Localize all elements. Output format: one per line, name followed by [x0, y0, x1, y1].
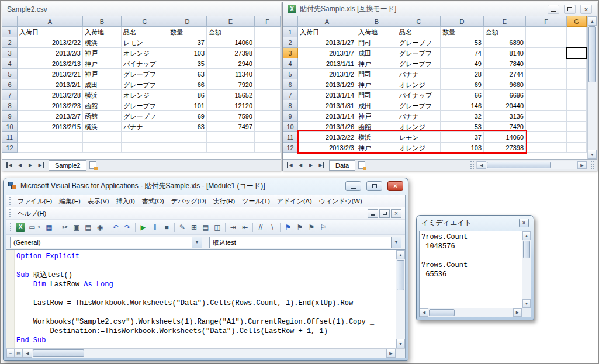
sheet-cell[interactable]: [255, 111, 281, 122]
sheet-cell[interactable]: [255, 58, 281, 69]
sheet-cell[interactable]: 2744: [484, 69, 526, 79]
scroll-right-icon[interactable]: ▶: [386, 349, 396, 358]
save-icon[interactable]: ▦: [43, 222, 55, 233]
sheet-cell[interactable]: 9660: [484, 79, 526, 90]
sheet-cell[interactable]: [255, 132, 281, 143]
sheet-cell[interactable]: [567, 100, 587, 111]
sheet-cell[interactable]: 6890: [484, 37, 526, 48]
menu-item[interactable]: 書式(O): [139, 196, 168, 207]
first-sheet-icon[interactable]: ◀: [4, 161, 15, 170]
sheet-cell[interactable]: 2013/2/13: [18, 58, 83, 69]
sheet-cell[interactable]: 69: [441, 79, 484, 90]
sheet-cell[interactable]: 函館: [356, 122, 397, 132]
sheet-cell[interactable]: [567, 122, 587, 132]
scroll-up-icon[interactable]: ▲: [522, 231, 531, 240]
cut-icon[interactable]: ✂: [59, 222, 71, 233]
sheet-cell[interactable]: [122, 132, 168, 143]
sheet-cell[interactable]: 2013/2/3: [298, 143, 356, 153]
select-all-corner[interactable]: [2, 16, 18, 27]
sheet-cell[interactable]: 28: [441, 69, 484, 79]
scroll-right-icon[interactable]: ▶: [513, 308, 522, 317]
code-editor[interactable]: Option Explicit Sub 取込test() Dim LastRow…: [6, 250, 405, 358]
row-header[interactable]: 3: [2, 48, 18, 58]
column-header[interactable]: C: [122, 16, 168, 27]
sheet-cell[interactable]: [567, 79, 587, 90]
sheet-cell[interactable]: [168, 143, 207, 153]
sheet-cell[interactable]: [255, 37, 281, 48]
row-header[interactable]: 4: [2, 58, 18, 69]
uncomment-block-icon[interactable]: \: [266, 222, 278, 233]
toolbar-grip[interactable]: [9, 197, 12, 205]
sheet-cell[interactable]: [255, 122, 281, 132]
sheet-cell[interactable]: 11340: [207, 69, 255, 79]
sheet-cell[interactable]: 2013/2/22: [18, 37, 83, 48]
sheet-cell[interactable]: [255, 48, 281, 58]
sheet-cell[interactable]: [567, 90, 587, 100]
paste-icon[interactable]: ▤: [82, 222, 94, 233]
vba-titlebar[interactable]: Microsoft Visual Basic for Applications …: [4, 178, 408, 193]
column-header[interactable]: E: [484, 16, 526, 27]
sheet-cell[interactable]: 神戸: [356, 58, 397, 69]
column-header[interactable]: F: [255, 16, 281, 27]
sheet-cell[interactable]: 2013/2/22: [298, 132, 356, 143]
sheet-cell[interactable]: 103: [441, 143, 484, 153]
row-header[interactable]: 3: [283, 48, 298, 58]
sheet-cell[interactable]: 66: [441, 90, 484, 100]
chevron-down-icon[interactable]: ▼: [391, 237, 401, 248]
menu-item[interactable]: 挿入(I): [112, 196, 138, 207]
sheet-cell[interactable]: 37: [441, 132, 484, 143]
object-dropdown[interactable]: (General) ▼: [10, 237, 202, 248]
code-line[interactable]: [16, 308, 395, 317]
outdent-icon[interactable]: ⇤: [239, 222, 251, 233]
design-mode-icon[interactable]: ✎: [176, 222, 188, 233]
sheet-cell[interactable]: 横浜: [83, 122, 122, 132]
immediate-line[interactable]: 65536: [421, 270, 521, 279]
vertical-scrollbar[interactable]: ▲ ▼: [587, 16, 597, 159]
menu-item[interactable]: アドイン(A): [273, 196, 316, 207]
sheet-cell[interactable]: 入荷地: [356, 27, 397, 37]
sheet-cell[interactable]: [526, 48, 567, 58]
previous-sheet-icon[interactable]: ◀: [295, 161, 306, 170]
code-line[interactable]: Dim LastRow As Long: [16, 280, 395, 289]
sheet-cell[interactable]: [83, 143, 122, 153]
minimize-button[interactable]: [345, 181, 361, 191]
sheet-cell[interactable]: [567, 111, 587, 122]
sheet-tab-sample2[interactable]: Sample2: [49, 160, 86, 171]
column-header[interactable]: F: [526, 16, 567, 27]
sheet-cell[interactable]: グレープフ: [397, 100, 441, 111]
code-line[interactable]: End Sub: [16, 336, 395, 345]
column-header[interactable]: B: [356, 16, 397, 27]
row-header[interactable]: 5: [283, 69, 298, 79]
scroll-right-icon[interactable]: ▶: [577, 161, 587, 169]
module-minimize-button[interactable]: [368, 209, 378, 218]
row-header[interactable]: 10: [283, 122, 298, 132]
sheet-cell[interactable]: [526, 111, 567, 122]
row-header[interactable]: 9: [2, 111, 18, 122]
sheet-cell[interactable]: 7840: [484, 58, 526, 69]
insert-worksheet-icon[interactable]: [89, 161, 96, 169]
chevron-down-icon[interactable]: ▾: [38, 225, 43, 230]
sheet-cell[interactable]: [567, 143, 587, 153]
immediate-titlebar[interactable]: イミディエイト ×: [417, 216, 534, 230]
previous-bookmark-icon[interactable]: ⚑: [306, 222, 317, 233]
sheet-cell[interactable]: オレンジ: [397, 79, 441, 90]
object-browser-icon[interactable]: ◫: [212, 222, 223, 233]
sheet-cell[interactable]: オレンジ: [122, 48, 168, 58]
row-header[interactable]: 2: [2, 37, 18, 48]
insert-worksheet-icon[interactable]: [358, 161, 365, 169]
code-line[interactable]: Destination:=ThisWorkbook.Worksheets("Da…: [16, 327, 395, 336]
project-explorer-icon[interactable]: ⊞: [188, 222, 200, 233]
sheet-cell[interactable]: [83, 132, 122, 143]
code-line[interactable]: Option Explicit: [16, 252, 395, 261]
scroll-down-icon[interactable]: ▼: [522, 299, 531, 308]
sheet-cell[interactable]: 8140: [484, 48, 526, 58]
sheet-cell[interactable]: グレープフ: [122, 79, 168, 90]
sheet-cell[interactable]: [207, 132, 255, 143]
properties-window-icon[interactable]: ▤: [200, 222, 212, 233]
row-header[interactable]: 12: [283, 143, 298, 153]
menu-item[interactable]: 編集(E): [56, 196, 84, 207]
row-header[interactable]: 4: [283, 58, 298, 69]
module-restore-button[interactable]: [379, 209, 390, 218]
sheet-cell[interactable]: 2013/1/2: [298, 69, 356, 79]
immediate-line[interactable]: 1048576: [421, 242, 521, 251]
